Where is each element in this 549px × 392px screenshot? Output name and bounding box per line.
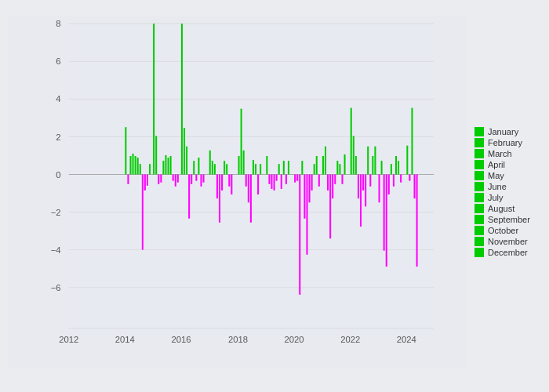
chart-svg: 8 6 4 2 0 −2 −4 −6 2012 2014 [8,16,467,368]
legend-label: May [488,171,504,180]
bar [142,175,144,250]
bar [400,175,402,183]
legend-color-box [474,182,484,191]
bar [353,136,354,174]
chart-legend: JanuaryFebruaryMarchAprilMayJuneJulyAugu… [467,16,541,368]
legend-item: July [474,193,541,202]
legend-label: February [488,138,522,147]
svg-text:4: 4 [56,94,60,103]
legend-item: March [474,149,541,158]
bar [212,161,213,174]
bar [285,175,287,184]
plot-wrapper: 8 6 4 2 0 −2 −4 −6 2012 2014 [8,16,467,368]
legend-color-box [474,149,484,158]
bar [411,108,413,175]
legend-item: January [474,127,541,136]
bar [257,175,259,195]
bar [158,175,159,184]
svg-text:−4: −4 [51,245,61,255]
legend-label: August [488,204,514,213]
legend-label: July [488,193,504,202]
bar [203,175,205,183]
legend-color-box [474,215,484,224]
bar [241,109,242,175]
bar [271,175,272,189]
bar [228,175,230,187]
bar [386,175,387,267]
legend-label: November [488,237,528,246]
bar [175,175,176,187]
bar [398,161,399,174]
svg-text:2022: 2022 [340,335,360,344]
legend-item: May [474,171,541,180]
bar [193,161,195,174]
bar [327,175,329,191]
legend-item: June [474,182,541,191]
bar [165,155,166,175]
bar [281,175,282,189]
legend-color-box [474,248,484,257]
bar [224,161,225,174]
legend-label: September [488,215,530,224]
bar [351,108,352,175]
bar [209,151,211,175]
bar [186,147,187,175]
bar [184,128,185,174]
bar [318,175,320,187]
bar [221,175,223,191]
bar [362,175,364,191]
legend-color-box [474,160,484,169]
bar [314,164,315,174]
legend-item: December [474,248,541,257]
svg-text:6: 6 [56,56,60,66]
bar [219,175,220,223]
bar [416,175,418,267]
bar [231,175,232,195]
bar [306,175,307,255]
legend-label: June [488,182,507,191]
bar [243,151,245,175]
svg-text:2020: 2020 [285,335,304,344]
bar [406,146,408,175]
legend-label: April [488,160,505,169]
bar [278,164,280,174]
bar [155,136,157,174]
bar [341,175,343,184]
bar [195,175,197,181]
bar [360,175,362,227]
legend-item: February [474,138,541,147]
chart-area: 8 6 4 2 0 −2 −4 −6 2012 2014 [8,16,541,368]
legend-color-box [474,226,484,235]
svg-text:2012: 2012 [59,335,78,344]
bar [367,147,369,175]
bar [168,158,169,174]
bar [170,156,172,175]
legend-color-box [474,171,484,180]
bar [344,154,346,175]
bar [248,175,249,203]
bar [296,175,298,181]
bar [129,156,131,175]
bar [137,158,139,174]
svg-text:−6: −6 [51,283,61,292]
legend-item: October [474,226,541,235]
bar [216,175,218,199]
legend-item: August [474,204,541,213]
bar [226,164,227,174]
bar [253,160,254,174]
legend-color-box [474,204,484,213]
bar [365,175,366,207]
bar [127,175,129,184]
bar [266,156,267,175]
legend-color-box [474,127,484,136]
bar [301,161,303,174]
bar [393,175,394,187]
bar [299,175,300,295]
bar [372,156,373,175]
bar [181,24,183,174]
bar [288,161,289,174]
bar [173,175,174,181]
svg-text:−2: −2 [51,208,61,217]
bar [316,156,318,175]
bar [214,164,216,174]
